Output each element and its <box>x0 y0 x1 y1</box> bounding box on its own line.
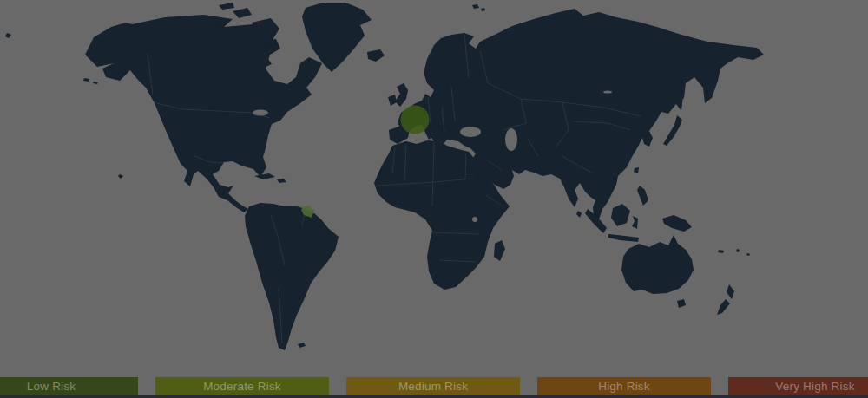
legend-item-high-risk[interactable]: High Risk <box>537 377 711 395</box>
legend-label-moderate-risk: Moderate Risk <box>203 380 281 393</box>
lake-baikal <box>603 90 612 93</box>
legend-item-very-high-risk[interactable]: Very High Risk <box>728 377 868 395</box>
region-north-america[interactable] <box>85 15 322 212</box>
france-risk-marker[interactable] <box>401 106 430 134</box>
region-australia[interactable] <box>621 235 694 308</box>
sea-caspian <box>505 128 517 151</box>
region-svalbard[interactable] <box>472 4 485 11</box>
sea-black-sea <box>460 127 481 137</box>
legend-label-very-high-risk: Very High Risk <box>775 380 854 393</box>
risk-legend: Low Risk Moderate Risk Medium Risk High … <box>0 377 868 395</box>
region-iceland[interactable] <box>367 49 385 62</box>
legend-label-high-risk: High Risk <box>598 380 650 393</box>
region-new-zealand-oceania[interactable] <box>717 249 750 315</box>
legend-item-moderate-risk[interactable]: Moderate Risk <box>155 377 329 395</box>
region-madagascar[interactable] <box>494 240 505 261</box>
legend-label-medium-risk: Medium Risk <box>398 380 468 393</box>
legend-item-low-risk[interactable]: Low Risk <box>0 377 138 395</box>
region-south-america[interactable] <box>245 203 339 350</box>
lake-victoria <box>472 217 477 222</box>
legend-label-low-risk: Low Risk <box>27 380 76 393</box>
legend-item-medium-risk[interactable]: Medium Risk <box>346 377 520 395</box>
risk-map-screen: Low Risk Moderate Risk Medium Risk High … <box>0 0 868 398</box>
region-british-isles[interactable] <box>388 83 408 107</box>
world-map[interactable] <box>0 0 868 398</box>
map-landmasses[interactable] <box>5 3 764 350</box>
lake-great-lakes <box>253 110 268 116</box>
